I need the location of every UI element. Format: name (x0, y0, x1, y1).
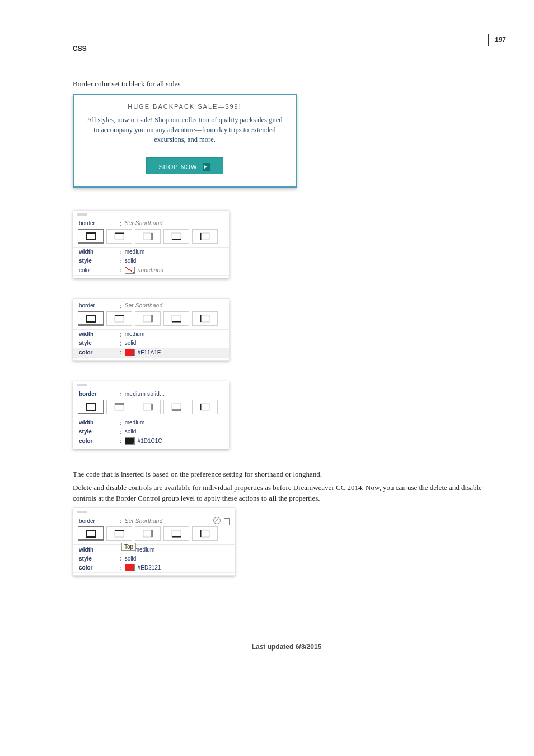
border-shorthand-input[interactable]: Set Shorthand (125, 220, 163, 226)
paragraph-2-bold: all (269, 494, 277, 502)
border-panel-1: border : Set Shorthand width : medium st… (73, 210, 229, 278)
top-side-tab[interactable] (106, 526, 132, 541)
svg-rect-14 (172, 315, 181, 322)
last-updated: Last updated 6/3/2015 (73, 643, 500, 651)
panel-drag-handle[interactable] (77, 384, 87, 386)
width-value[interactable]: medium (125, 419, 145, 426)
colon: : (119, 302, 121, 309)
all-sides-icon (86, 232, 96, 240)
top-side-tab[interactable] (106, 400, 132, 414)
right-side-tab[interactable] (135, 400, 161, 414)
svg-rect-1 (115, 233, 124, 240)
svg-rect-3 (143, 233, 152, 240)
svg-rect-19 (115, 404, 124, 410)
style-value[interactable]: solid (125, 428, 137, 435)
style-label: style (79, 428, 107, 435)
svg-rect-18 (86, 404, 95, 410)
bottom-side-icon (171, 315, 181, 323)
panel-drag-handle[interactable] (77, 213, 87, 216)
color-value[interactable]: #F11A1E (138, 349, 161, 356)
color-value[interactable]: #1D1C1C (138, 438, 162, 444)
style-row: style : solid (73, 256, 229, 265)
colon: : (119, 220, 121, 227)
border-shorthand-input[interactable]: medium solid... (125, 391, 165, 397)
color-row: color : #ED2121 (73, 563, 235, 572)
color-swatch[interactable] (125, 349, 135, 356)
width-value[interactable]: medium (125, 249, 145, 255)
border-label: border (79, 220, 107, 226)
right-side-tab[interactable] (135, 229, 161, 244)
bottom-side-icon (171, 403, 181, 411)
svg-rect-21 (143, 404, 152, 410)
colon: : (119, 267, 121, 273)
colon: : (119, 428, 121, 435)
width-value[interactable]: medium (135, 547, 155, 553)
colon: : (119, 517, 121, 524)
left-side-tab[interactable] (192, 526, 218, 541)
panel-footer (73, 572, 235, 575)
right-side-icon (143, 530, 153, 538)
right-side-tab[interactable] (135, 526, 161, 541)
color-swatch[interactable] (125, 564, 135, 571)
width-value[interactable]: medium (125, 331, 145, 337)
panel-footer (73, 275, 229, 278)
right-side-icon (143, 403, 153, 411)
color-swatch[interactable] (125, 437, 135, 445)
border-shorthand-row: border : Set Shorthand (73, 514, 235, 526)
left-side-icon (200, 530, 210, 538)
svg-rect-25 (200, 404, 209, 410)
width-label: width (79, 419, 107, 426)
side-tabs-row (73, 229, 229, 248)
right-side-tab[interactable] (135, 311, 161, 326)
svg-rect-30 (143, 530, 152, 537)
top-side-tab[interactable] (106, 311, 132, 326)
svg-rect-28 (115, 530, 124, 537)
width-row: width : medium (73, 545, 235, 554)
panel-footer (73, 357, 229, 360)
colon: : (119, 391, 121, 398)
all-sides-icon (86, 403, 96, 411)
shop-now-button[interactable]: SHOP NOW (146, 157, 224, 174)
left-side-icon (200, 315, 210, 323)
color-value[interactable]: undefined (138, 267, 164, 273)
disable-icon[interactable] (213, 517, 221, 524)
border-shorthand-input[interactable]: Set Shorthand (125, 302, 163, 309)
border-panel-3: border : medium solid... width : medium … (73, 381, 229, 449)
all-sides-tab[interactable] (78, 400, 104, 414)
bottom-side-tab[interactable] (163, 400, 189, 414)
border-panel-4: border : Set Shorthand Top width : mediu… (73, 507, 235, 576)
color-value[interactable]: #ED2121 (138, 564, 161, 571)
ad-title: HUGE BACKPACK SALE—$99! (84, 103, 285, 110)
left-side-tab[interactable] (192, 229, 218, 244)
color-label: color (79, 267, 107, 273)
width-label: width (79, 331, 107, 337)
bottom-side-tab[interactable] (163, 311, 189, 326)
style-row: style : solid (73, 554, 235, 563)
style-value[interactable]: solid (125, 556, 137, 562)
style-label: style (79, 340, 107, 346)
border-label: border (79, 518, 107, 524)
bottom-side-tab[interactable] (163, 229, 189, 244)
border-shorthand-input[interactable]: Set Shorthand (125, 518, 163, 524)
all-sides-tab[interactable] (78, 229, 104, 244)
style-value[interactable]: solid (125, 340, 137, 346)
color-label: color (79, 564, 107, 571)
all-sides-tab[interactable] (78, 311, 104, 326)
top-side-tab[interactable] (106, 229, 132, 244)
left-side-tab[interactable] (192, 311, 218, 326)
svg-rect-23 (172, 404, 181, 410)
side-tabs-row (73, 311, 229, 330)
colon: : (119, 437, 121, 444)
bottom-side-tab[interactable] (163, 526, 189, 541)
style-value[interactable]: solid (125, 258, 137, 264)
panel-drag-handle[interactable] (77, 511, 87, 513)
top-side-icon (114, 315, 124, 323)
border-panel-2: border : Set Shorthand width : medium st… (73, 298, 229, 361)
color-swatch-undefined[interactable] (125, 267, 135, 274)
left-side-tab[interactable] (192, 400, 218, 414)
tooltip-top: Top (121, 543, 136, 551)
panel-footer (73, 446, 229, 449)
all-sides-tab[interactable] (78, 526, 104, 541)
colon: : (119, 349, 121, 356)
delete-icon[interactable] (223, 517, 230, 524)
